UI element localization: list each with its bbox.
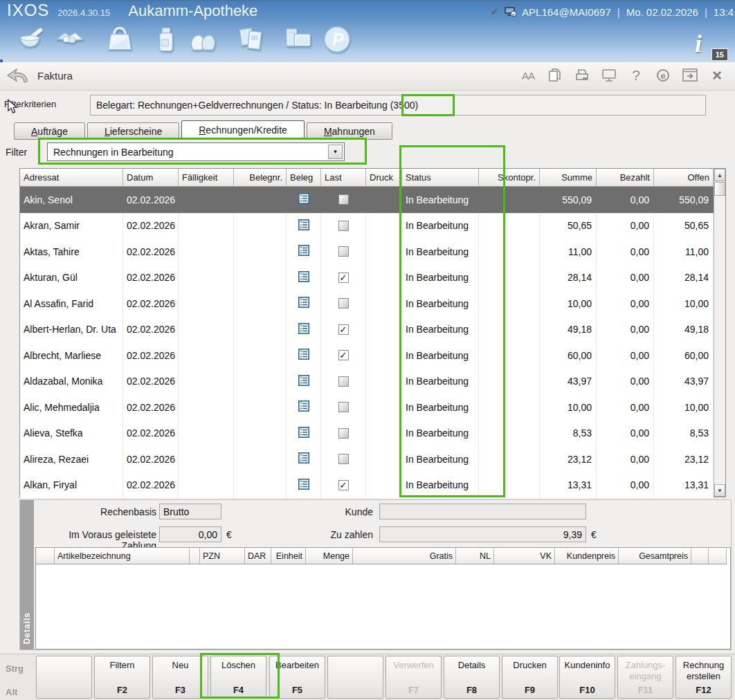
info-icon[interactable]: i 15: [695, 29, 723, 59]
table-row[interactable]: Alireza, Rezaei 02.02.2026 ✓ In Bearbeit…: [20, 446, 714, 472]
function-button[interactable]: Bearbeiten F5: [269, 656, 325, 699]
function-button[interactable]: Details F8: [444, 656, 500, 699]
col-header-last[interactable]: Last: [321, 169, 366, 187]
tab[interactable]: Mahnungen: [307, 122, 392, 140]
article-col-header[interactable]: NL: [456, 548, 494, 564]
function-button[interactable]: Verwerfen F7: [385, 656, 442, 699]
beleg-document-icon[interactable]: [298, 271, 309, 284]
article-col-header[interactable]: Einheit: [271, 548, 306, 564]
table-row[interactable]: Akturan, Gül 02.02.2026 ✓ In Bearbeitung: [20, 265, 714, 291]
article-col-header[interactable]: [709, 548, 727, 564]
last-checkbox[interactable]: ✓: [338, 480, 349, 490]
article-col-header[interactable]: VK: [494, 548, 555, 564]
function-button[interactable]: Neu F3: [152, 656, 208, 699]
beleg-document-icon[interactable]: [298, 479, 309, 492]
beleg-document-icon[interactable]: [298, 297, 309, 310]
function-button[interactable]: Filtern F2: [94, 656, 150, 699]
kunde-field[interactable]: [379, 504, 586, 519]
col-header-faelligkeit[interactable]: Fälligkeit: [179, 169, 234, 187]
table-row[interactable]: Al Assafin, Farid 02.02.2026 ✓ In Bearbe…: [20, 291, 714, 317]
last-checkbox[interactable]: ✓: [338, 454, 349, 464]
filterkriterien-field[interactable]: Belegart: Rechnungen+Geldverrechnungen /…: [90, 95, 706, 116]
beleg-document-icon[interactable]: [298, 375, 309, 388]
last-checkbox[interactable]: ✓: [338, 376, 349, 387]
beleg-document-icon[interactable]: [298, 452, 309, 466]
rechenbasis-field[interactable]: Brutto: [159, 504, 221, 519]
last-checkbox[interactable]: ✓: [338, 428, 349, 439]
close-icon[interactable]: ×: [709, 67, 725, 84]
details-side-tab[interactable]: Details: [20, 500, 34, 650]
beleg-document-icon[interactable]: [298, 349, 309, 362]
col-header-datum[interactable]: Datum: [123, 169, 179, 187]
col-header-status[interactable]: Status: [402, 169, 479, 187]
help-icon[interactable]: ?: [628, 67, 644, 84]
article-col-header[interactable]: Artikelbezeichnung: [55, 548, 190, 564]
beleg-document-icon[interactable]: [298, 193, 309, 206]
beleg-document-icon[interactable]: [298, 427, 309, 440]
table-row[interactable]: Aldazabal, Monika 02.02.2026 ✓ In Bearbe…: [20, 369, 714, 395]
e-services-icon[interactable]: e: [655, 67, 671, 84]
col-header-beleg[interactable]: Beleg: [287, 169, 321, 187]
col-header-adressat[interactable]: Adressat: [20, 169, 123, 187]
packages-icon[interactable]: [234, 22, 269, 57]
tab[interactable]: Lieferscheine: [87, 122, 179, 140]
article-col-header[interactable]: Menge: [306, 548, 353, 564]
last-checkbox[interactable]: ✓: [338, 402, 349, 412]
article-col-header[interactable]: [36, 548, 55, 564]
copy-icon[interactable]: [547, 67, 563, 84]
bag-icon[interactable]: [102, 22, 137, 57]
last-checkbox[interactable]: ✓: [338, 350, 349, 360]
function-button[interactable]: Kundeninfo F10: [559, 656, 615, 699]
beleg-document-icon[interactable]: [298, 245, 309, 258]
vertical-scrollbar[interactable]: ▲ ▼: [714, 169, 725, 497]
col-header-summe[interactable]: Summe: [540, 169, 597, 187]
article-col-header[interactable]: DAR: [245, 548, 271, 564]
customers-icon[interactable]: [185, 22, 220, 57]
external-window-icon[interactable]: [682, 67, 698, 84]
function-button[interactable]: Rechnung erstellen F12: [675, 656, 732, 699]
monitor-icon[interactable]: [601, 67, 617, 84]
tab[interactable]: Aufträge: [14, 122, 85, 140]
tab[interactable]: Rechnungen/Kredite: [181, 120, 305, 140]
table-row[interactable]: Albert-Herlan, Dr. Uta 02.02.2026 ✓ In B…: [20, 317, 714, 343]
table-row[interactable]: Akin, Senol 02.02.2026 ✓ In Bearbeitung: [20, 187, 714, 213]
table-row[interactable]: Aktas, Tahire 02.02.2026 ✓ In Bearbeitun…: [20, 239, 714, 265]
table-row[interactable]: Albrecht, Marliese 02.02.2026 ✓ In Bearb…: [20, 342, 714, 369]
table-row[interactable]: Akran, Samir 02.02.2026 ✓ In Bearbeitung: [20, 213, 714, 239]
last-checkbox[interactable]: ✓: [338, 246, 349, 257]
article-col-header[interactable]: [190, 548, 200, 564]
beleg-document-icon[interactable]: [298, 219, 309, 232]
beleg-document-icon[interactable]: [298, 400, 309, 414]
last-checkbox[interactable]: ✓: [338, 273, 349, 283]
function-button[interactable]: Drucken F9: [502, 656, 558, 699]
print-icon[interactable]: [574, 67, 590, 84]
vorauszahlung-field[interactable]: 0,00: [159, 526, 221, 542]
article-col-header[interactable]: Gratis: [353, 548, 456, 564]
col-header-belegnr[interactable]: Belegnr.: [234, 169, 287, 187]
article-col-header[interactable]: [691, 548, 709, 564]
beleg-document-icon[interactable]: [298, 323, 309, 336]
function-button[interactable]: Löschen F4: [210, 656, 266, 699]
mortar-pestle-icon[interactable]: [14, 22, 48, 57]
col-header-bezahlt[interactable]: Bezahlt: [597, 169, 654, 187]
table-row[interactable]: Alic, Mehmedaljia 02.02.2026 ✓ In Bearbe…: [20, 394, 714, 421]
back-arrow-icon[interactable]: [6, 66, 29, 89]
col-header-druck[interactable]: Druck: [366, 169, 402, 187]
function-button[interactable]: [36, 656, 92, 699]
p-logo-icon[interactable]: P: [320, 22, 354, 57]
zuzahlen-field[interactable]: 9,39: [379, 526, 586, 542]
workstation-icon[interactable]: [281, 22, 316, 57]
col-header-offen[interactable]: Offen: [654, 169, 714, 187]
last-checkbox[interactable]: ✓: [338, 298, 349, 308]
function-button[interactable]: Zahlungs- eingang F11: [617, 656, 673, 699]
last-checkbox[interactable]: ✓: [338, 194, 349, 205]
article-col-header[interactable]: Gesamtpreis: [619, 548, 691, 564]
font-size-icon[interactable]: AA: [520, 67, 536, 84]
scroll-down-button[interactable]: ▼: [714, 484, 725, 497]
medicine-bottle-icon[interactable]: [149, 22, 183, 57]
filter-dropdown[interactable]: Rechnungen in Bearbeitung ▼: [47, 142, 345, 161]
scrollbar-thumb[interactable]: [714, 182, 725, 196]
handshake-icon[interactable]: [53, 22, 87, 57]
last-checkbox[interactable]: ✓: [338, 221, 349, 231]
chevron-down-icon[interactable]: ▼: [328, 145, 343, 159]
